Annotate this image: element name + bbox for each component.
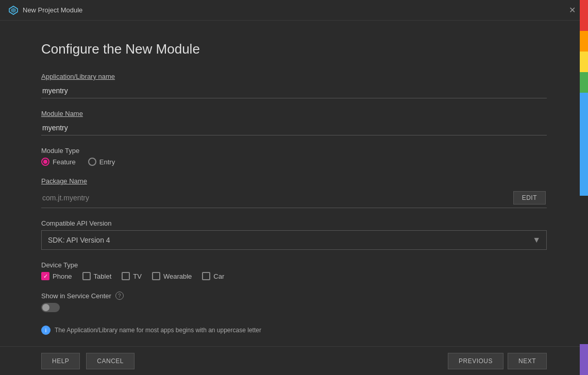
checkbox-car[interactable]: Car (202, 272, 224, 280)
module-type-label: Module Type (41, 147, 547, 155)
dialog-wrapper: New Project Module ✕ Configure the New M… (0, 0, 588, 375)
footer-left: HELP CANCEL (41, 353, 135, 369)
main-dialog: New Project Module ✕ Configure the New M… (0, 0, 588, 375)
service-center-label: Show in Service Center (41, 292, 111, 300)
checkbox-tablet-label: Tablet (94, 272, 112, 280)
footer-right: PREVIOUS NEXT (448, 353, 547, 369)
content-area: Configure the New Module Application/Lib… (0, 21, 588, 346)
service-center-toggle[interactable] (41, 303, 60, 312)
radio-feature[interactable]: Feature (41, 158, 76, 166)
checkbox-tv-label: TV (133, 272, 142, 280)
svg-marker-1 (11, 8, 16, 13)
accent-bar-1 (580, 0, 588, 31)
module-name-label: Module Name (41, 110, 547, 117)
app-name-group: Application/Library name (41, 73, 547, 98)
accent-bar-4 (580, 72, 588, 93)
api-version-label: Compatible API Version (41, 219, 547, 227)
checkbox-wearable-box (152, 272, 160, 280)
next-button[interactable]: NEXT (508, 353, 547, 369)
checkbox-car-box (202, 272, 210, 280)
package-name-label: Package Name (41, 177, 547, 185)
checkbox-tv[interactable]: TV (122, 272, 142, 280)
app-name-input[interactable] (41, 83, 547, 98)
module-name-group: Module Name (41, 110, 547, 135)
accent-bar-5 (580, 93, 588, 196)
checkbox-tablet-box (82, 272, 91, 280)
footer-bar: HELP CANCEL PREVIOUS NEXT (0, 346, 588, 375)
checkbox-tv-box (122, 272, 130, 280)
radio-entry-circle (88, 158, 96, 166)
device-type-group: Device Type Phone Tablet TV (41, 261, 547, 280)
device-type-checkbox-group: Phone Tablet TV Wearable (41, 272, 547, 280)
checkbox-tablet[interactable]: Tablet (82, 272, 112, 280)
checkbox-wearable-label: Wearable (163, 272, 192, 280)
close-button[interactable]: ✕ (565, 3, 580, 17)
info-message: The Application/Library name for most ap… (55, 327, 261, 334)
radio-feature-label: Feature (53, 158, 76, 166)
accent-bar-2 (580, 31, 588, 52)
radio-entry-label: Entry (99, 158, 115, 166)
checkbox-phone-box (41, 272, 49, 280)
checkbox-phone[interactable]: Phone (41, 272, 72, 280)
api-version-select-wrapper: SDK: API Version 4 SDK: API Version 3 SD… (41, 230, 547, 250)
help-button[interactable]: HELP (41, 353, 80, 369)
checkbox-wearable[interactable]: Wearable (152, 272, 192, 280)
radio-entry[interactable]: Entry (88, 158, 115, 166)
info-bar: i The Application/Library name for most … (41, 323, 547, 337)
edit-package-button[interactable]: EDIT (513, 191, 546, 204)
app-logo-icon (8, 5, 19, 15)
dialog-title: New Project Module (23, 6, 565, 14)
module-name-input[interactable] (41, 121, 547, 135)
app-name-label: Application/Library name (41, 73, 547, 80)
device-type-label: Device Type (41, 261, 547, 269)
api-version-group: Compatible API Version SDK: API Version … (41, 219, 547, 250)
accent-bars (580, 0, 588, 375)
help-tooltip-icon[interactable]: ? (115, 292, 124, 300)
toggle-knob (42, 304, 49, 311)
package-name-group: Package Name com.jt.myentry EDIT (41, 177, 547, 208)
package-name-value: com.jt.myentry (42, 194, 513, 202)
service-center-group: Show in Service Center ? (41, 292, 547, 312)
checkbox-phone-label: Phone (53, 272, 72, 280)
accent-bar-6 (580, 196, 588, 344)
service-center-row: Show in Service Center ? (41, 292, 547, 300)
page-heading: Configure the New Module (41, 41, 547, 57)
package-name-row: com.jt.myentry EDIT (41, 188, 547, 208)
api-version-select[interactable]: SDK: API Version 4 SDK: API Version 3 SD… (41, 230, 547, 250)
radio-feature-circle (41, 158, 49, 166)
module-type-group: Module Type Feature Entry (41, 147, 547, 166)
previous-button[interactable]: PREVIOUS (448, 353, 503, 369)
accent-bar-7 (580, 344, 588, 375)
checkbox-car-label: Car (213, 272, 224, 280)
cancel-button[interactable]: CANCEL (86, 353, 135, 369)
module-type-radio-group: Feature Entry (41, 158, 547, 166)
title-bar: New Project Module ✕ (0, 0, 588, 21)
info-icon: i (41, 326, 51, 335)
accent-bar-3 (580, 52, 588, 72)
